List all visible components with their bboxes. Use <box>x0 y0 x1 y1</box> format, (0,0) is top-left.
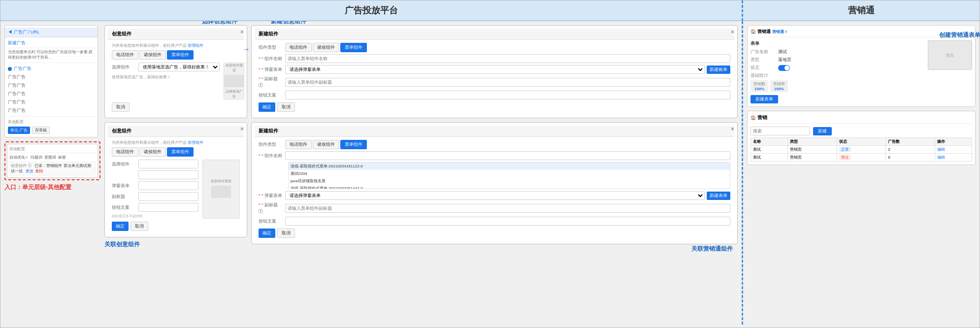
nav-item-label-4: 广告广告 <box>8 91 26 97</box>
nav-other: 其他配置 <box>5 118 98 126</box>
nc2-opt-3[interactable]: java培训领取报名票 <box>289 177 730 185</box>
nc2-cancel[interactable]: 取消 <box>277 229 295 238</box>
d2-tab-phone[interactable]: 电话组件 <box>112 147 138 157</box>
save-btn[interactable]: 存草稿 <box>32 127 50 134</box>
nc2-tab-ticket[interactable]: 票单组件 <box>340 140 367 149</box>
mkt-add-btn[interactable]: 新建表单 <box>751 95 778 103</box>
nc1-bill-select[interactable]: 请选择弹窗表单 <box>285 65 705 74</box>
mkt-toggle[interactable] <box>778 65 790 71</box>
nav-item-1[interactable]: 广告广告 <box>5 65 98 73</box>
config-options: 自动优化✓ 问题词 景图词 标签 <box>9 155 96 160</box>
d2-title-input[interactable]: 参赛-预止线 <box>138 192 198 201</box>
nc2-close[interactable]: × <box>731 126 734 132</box>
nc2-tab-lords[interactable]: 诸侯组件 <box>313 140 339 149</box>
mkt-table: 名称 类型 状态 广告数 操作 测试 营销页 正常 <box>751 137 972 162</box>
nc2-bill-select[interactable]: 请选择弹窗表单 <box>285 191 705 200</box>
dialog2-cancel[interactable]: 取消 <box>131 222 148 231</box>
dialog1-cancel[interactable]: 取消 <box>112 102 130 112</box>
dialog2-link[interactable]: 管理组件 <box>188 140 203 145</box>
nav-item-2[interactable]: 广告广告 <box>5 73 98 81</box>
nc1-tab-phone[interactable]: 电话组件 <box>285 43 312 52</box>
d2-select-row2: 测试-一个票单组件 <box>112 170 198 179</box>
dialog2-body: 为所有创意组件和展示组件，前往用户产品 管理组件 电话组件 诸侯组件 票单组件 <box>108 137 244 234</box>
nav-item-label-5: 广告广告 <box>8 99 26 105</box>
d2-tab-ticket[interactable]: 票单组件 <box>167 147 194 157</box>
mkt-panel1-title: 营销通 <box>757 29 771 34</box>
nc2-options-list: 游戏-获取报价式票单-20210204191122-0 测试0204 java培… <box>288 162 730 189</box>
dialog2-close[interactable]: × <box>240 126 244 132</box>
new-component-dialog: 新建组件 × 组件类型 电话组件 诸侯组件 票单组件 <box>251 25 738 118</box>
dialog2-tabs: 电话组件 诸侯组件 票单组件 <box>112 147 240 157</box>
nav-btns: 单元-广告 存草稿 <box>5 126 98 135</box>
continue-btn[interactable]: 单元-广告 <box>8 127 30 134</box>
nc1-btntext-input[interactable]: 立郎预约 <box>285 91 730 99</box>
config-change-btn[interactable]: 更改 <box>26 169 33 173</box>
d2-bill-input[interactable]: ### <box>138 181 198 190</box>
nc1-name-input[interactable] <box>285 54 730 63</box>
nc2-name-input[interactable]: testhaha-jimuyu1-yingxiaotong <box>285 151 730 160</box>
nc1-tab-ticket[interactable]: 票单组件 <box>340 43 367 52</box>
tab-phone[interactable]: 电话组件 <box>112 50 138 60</box>
nc2-btntext-input[interactable]: 立郎预约 <box>285 217 730 226</box>
nc1-tab-lords[interactable]: 诸侯组件 <box>313 43 339 52</box>
mkt-label-2: 类型 <box>751 57 775 63</box>
dialog1-close[interactable]: × <box>240 29 244 35</box>
d2-btn-input[interactable]: 立郎预约 <box>138 203 198 212</box>
nav-item-5[interactable]: 广告广告 <box>5 98 98 106</box>
mkt-new-btn[interactable]: 新建 <box>813 127 832 135</box>
dialog2-form: 选择组件 测试-一个票单组件 测试-一个票单组件 弹窗表单 <box>112 160 198 219</box>
config-delete-btn[interactable]: 删除 <box>35 169 43 173</box>
nav-item-4[interactable]: 广告广告 <box>5 90 98 98</box>
action-link-1[interactable]: 编辑 <box>937 147 945 152</box>
nc1-body: 组件类型 电话组件 诸侯组件 票单组件 * 组件名称 <box>255 40 734 115</box>
d2-select-input2[interactable]: 测试-一个票单组件 <box>138 170 198 179</box>
nc1-title-input[interactable] <box>285 78 730 87</box>
select-creative-label: 选择创意组件 <box>202 21 237 25</box>
new-creative-label: 新建创意组件 <box>271 21 306 25</box>
mkt-panel2: 🏠 营销 新建 名称 类型 状态 广告数 <box>747 111 976 165</box>
nc2-new-bill-btn[interactable]: 新建表单 <box>707 192 730 200</box>
mkt-panel1-right: 预览 <box>928 40 972 103</box>
nav-item-3[interactable]: 广告广告 <box>5 81 98 90</box>
dialog1-subtitle: 为所有创意组件和展示组件，前往用户产品 管理组件 <box>112 43 240 48</box>
mkt-label-1: 广告名称 <box>751 49 775 55</box>
preview-desc: 品牌落地广告 <box>224 89 244 99</box>
nc1-cancel[interactable]: 取消 <box>277 102 295 112</box>
dialog1-select[interactable]: 使用落地页选广告，获得好效果！ <box>138 63 220 71</box>
nc1-new-bill-btn[interactable]: 新建账单 <box>707 66 730 74</box>
create-dialog-2: 创意组件 × 为所有创意组件和展示组件，前往用户产品 管理组件 电话组件 诸侯组… <box>104 122 247 237</box>
nc1-confirm[interactable]: 确定 <box>259 102 275 112</box>
dialog2-confirm[interactable]: 确定 <box>112 222 129 231</box>
nc2-opt-4[interactable]: 游戏-获取报价式票单-20210203201442-0 <box>289 185 730 189</box>
td-action-2: 编辑 <box>935 154 972 162</box>
d2-bill-row: 弹窗表单 ### <box>112 181 198 190</box>
nav-item-label: 广告广告 <box>14 66 32 72</box>
td-type-2: 营销页 <box>788 154 837 162</box>
dialog2-wrap: 创意组件 × 为所有创意组件和展示组件，前往用户产品 管理组件 电话组件 诸侯组… <box>104 122 247 249</box>
dialog1-link[interactable]: 管理组件 <box>188 43 203 48</box>
tab-ticket[interactable]: 票单组件 <box>167 50 194 60</box>
nc2-title-input[interactable] <box>285 204 730 213</box>
dialog1-select-label: 选择组件 <box>112 64 136 70</box>
middle-panels: 创意组件 × 为所有创意组件和展示组件，前往用户产品 管理组件 电话组件 诸侯组… <box>104 25 247 321</box>
d2-tab-lords[interactable]: 诸侯组件 <box>139 147 166 157</box>
tab-lords[interactable]: 诸侯组件 <box>139 50 166 60</box>
action-link-2[interactable]: 编辑 <box>937 155 945 160</box>
nc2-confirm[interactable]: 确定 <box>259 229 275 238</box>
nc1-btntext-label: 按钮文案 <box>259 92 283 98</box>
link-mkt-annotation: 关联营销通组件 <box>691 244 733 253</box>
nc2-titlebar: 新建组件 × <box>255 126 734 137</box>
d2-title-row: 副标题 参赛-预止线 <box>112 192 198 201</box>
mkt-search-input[interactable] <box>751 127 810 135</box>
nc2-opt-1[interactable]: 游戏-获取报价式票单-20210204191122-0 <box>289 163 730 170</box>
nc2-tab-phone[interactable]: 电话组件 <box>285 140 312 149</box>
nc1-close[interactable]: × <box>731 29 734 35</box>
config-opt-2: 问题词 <box>31 155 42 160</box>
table-row: 测试 营销页 正常 2 编辑 <box>751 146 972 154</box>
mkt-panel1-link[interactable]: 营销通 ≡ <box>772 30 787 34</box>
dialog1-inner: 选择组件 使用落地页选广告，获得好效果！ 使用落地页选广告，获得好效果！ <box>112 63 240 99</box>
d2-select-input[interactable]: 测试-一个票单组件 <box>138 160 198 168</box>
nc2-opt-2[interactable]: 测试0204 <box>289 170 730 177</box>
td-status-1: 正常 <box>837 146 885 154</box>
nav-item-6[interactable]: 广告广告 <box>5 106 98 115</box>
